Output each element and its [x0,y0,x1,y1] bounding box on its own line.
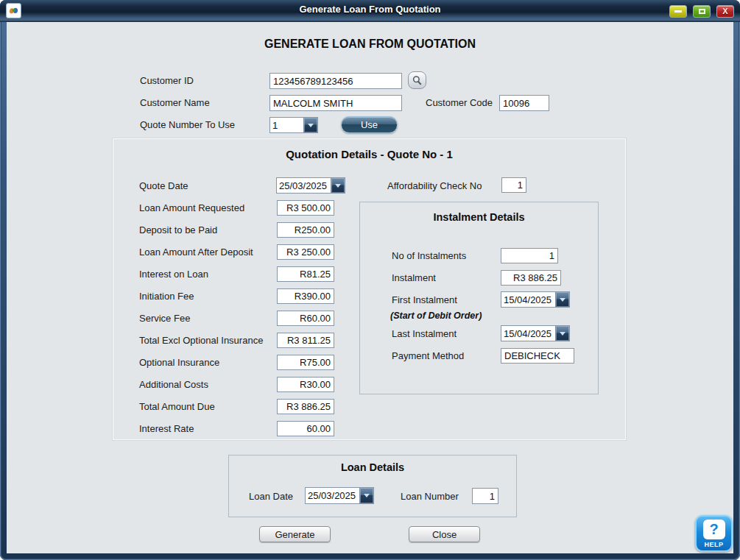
payment-method-input[interactable] [501,348,574,364]
interest-on-loan-input[interactable] [277,266,334,282]
chevron-down-icon [308,124,314,127]
field-label: Service Fee [139,313,190,324]
loan-date-label: Loan Date [249,491,293,502]
loan-number-input[interactable] [472,488,498,504]
quote-date-label: Quote Date [139,180,188,191]
customer-name-label: Customer Name [140,97,210,108]
instalment-details-group: Instalment Details No of Instalments Ins… [359,202,599,394]
quote-number-combobox [269,117,318,133]
interest-rate-input[interactable] [277,421,334,436]
deposit-to-be-paid-input[interactable] [277,222,334,238]
loan-date-picker [305,487,374,504]
optional-insurance-input[interactable] [277,355,334,370]
no-of-instalments-label: No of Instalments [392,250,466,261]
initiation-fee-input[interactable] [277,288,334,304]
customer-id-label: Customer ID [140,75,194,86]
window-title: Generate Loan From Quotation [0,4,740,15]
field-label: Additional Costs [139,379,208,390]
chevron-down-icon [560,298,565,302]
customer-id-input[interactable] [269,73,402,89]
help-button-label: HELP [704,541,723,548]
minimize-button[interactable] [669,5,687,18]
last-instalment-dropdown-button[interactable] [555,326,569,341]
loan-details-title: Loan Details [229,461,516,473]
application-window: Generate Loan From Quotation X GENERATE … [0,0,740,560]
page-title: GENERATE LOAN FROM QUOTATION [7,38,733,51]
customer-search-button[interactable] [408,71,426,89]
instalment-input[interactable] [501,270,561,286]
instalment-details-title: Instalment Details [360,211,598,223]
search-icon [412,75,423,86]
minimize-icon [674,10,682,13]
quotation-details-title: Quotation Details - Quote No - 1 [113,148,625,160]
field-label: Interest on Loan [139,269,208,280]
first-instalment-dropdown-button[interactable] [555,292,569,307]
loan-amount-requested-input[interactable] [277,200,334,216]
total-excl-optional-insurance-input[interactable] [277,333,334,348]
additional-costs-input[interactable] [277,377,334,392]
maximize-icon [699,9,705,14]
title-bar: Generate Loan From Quotation X [0,0,740,22]
close-window-button[interactable]: X [716,5,734,18]
loan-date-input[interactable] [306,488,359,503]
quote-date-dropdown-button[interactable] [331,178,345,193]
generate-button[interactable]: Generate [259,526,331,542]
field-label: Deposit to be Paid [139,224,217,235]
quote-number-label: Quote Number To Use [140,119,235,130]
field-label: Loan Amount After Deposit [139,247,253,258]
affordability-check-input[interactable] [501,177,526,193]
help-button[interactable]: ? HELP [695,515,733,552]
affordability-check-label: Affordability Check No [387,180,482,191]
quotation-details-group: Quotation Details - Quote No - 1 Quote D… [113,138,626,440]
customer-code-label: Customer Code [426,97,493,108]
first-instalment-input[interactable] [501,292,555,307]
first-instalment-label: First Instalment [392,294,457,305]
last-instalment-label: Last Instalment [392,328,457,339]
field-label: Initiation Fee [139,291,194,302]
maximize-button[interactable] [693,5,711,18]
instalment-label: Instalment [392,272,436,283]
quote-number-input[interactable] [270,118,303,132]
quote-date-input[interactable] [277,178,331,193]
field-label: Total Amount Due [139,401,215,412]
customer-code-input[interactable] [499,95,549,111]
chevron-down-icon [364,494,370,497]
chevron-down-icon [335,184,341,188]
start-of-debit-order-note: (Start of Debit Order) [390,311,482,321]
close-icon: X [722,7,727,15]
chevron-down-icon [560,332,565,336]
quote-number-dropdown-button[interactable] [303,118,317,132]
close-button[interactable]: Close [409,526,480,542]
customer-name-input[interactable] [269,95,402,111]
payment-method-label: Payment Method [392,350,464,361]
total-amount-due-input[interactable] [277,399,334,414]
loan-number-label: Loan Number [401,491,459,502]
field-label: Optional Insurance [139,357,219,368]
quote-date-picker [276,177,345,194]
field-label: Loan Amount Requested [139,202,244,213]
first-instalment-picker [501,291,570,308]
field-label: Total Excl Optional Insurance [139,335,263,346]
no-of-instalments-input[interactable] [501,248,558,263]
loan-details-group: Loan Details Loan Date Loan Number [228,455,517,517]
use-button[interactable]: Use [341,116,398,133]
loan-date-dropdown-button[interactable] [359,488,373,503]
loan-amount-after-deposit-input[interactable] [277,244,334,260]
last-instalment-picker [501,325,570,341]
dialog-content: GENERATE LOAN FROM QUOTATION Customer ID… [7,22,733,553]
question-mark-icon: ? [703,520,725,539]
field-label: Interest Rate [139,423,194,434]
service-fee-input[interactable] [277,311,334,326]
last-instalment-input[interactable] [501,326,555,341]
